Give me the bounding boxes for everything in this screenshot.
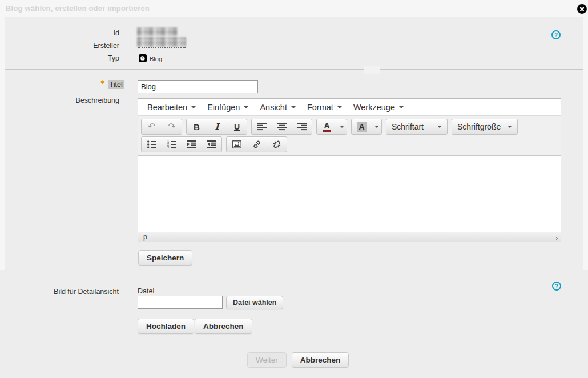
remove-link-button[interactable] bbox=[267, 137, 287, 152]
numbered-list-button[interactable]: 123 bbox=[162, 137, 182, 152]
menu-label: Einfügen bbox=[207, 103, 240, 112]
font-size-select[interactable]: Schriftgröße bbox=[452, 119, 517, 134]
chevron-down-icon bbox=[437, 126, 442, 128]
chevron-down-icon bbox=[244, 106, 248, 108]
redo-icon: ↷ bbox=[168, 122, 175, 131]
background-color-caret[interactable] bbox=[372, 119, 381, 134]
list-indent-group: 123 bbox=[141, 136, 222, 152]
italic-button[interactable]: I bbox=[207, 119, 227, 134]
upload-button[interactable]: Hochladen bbox=[138, 319, 194, 334]
align-right-icon bbox=[297, 123, 307, 131]
element-path[interactable]: p bbox=[143, 233, 147, 241]
file-label: Datei bbox=[138, 287, 154, 295]
required-bar bbox=[106, 81, 106, 88]
outdent-button[interactable] bbox=[202, 137, 221, 152]
redo-button[interactable]: ↷ bbox=[162, 119, 182, 134]
underline-icon: U bbox=[234, 122, 240, 131]
toolbar-row-1: ↶ ↷ B I U A bbox=[141, 119, 558, 135]
editor-statusbar: p bbox=[138, 232, 561, 242]
undo-redo-group: ↶ ↷ bbox=[141, 119, 182, 135]
editor-toolbar: ↶ ↷ B I U A bbox=[138, 116, 561, 156]
font-family-label: Schriftart bbox=[392, 122, 424, 131]
insert-link-button[interactable] bbox=[247, 137, 267, 152]
close-icon[interactable] bbox=[577, 4, 587, 14]
undo-button[interactable]: ↶ bbox=[142, 119, 162, 134]
font-size-label: Schriftgröße bbox=[457, 122, 501, 131]
align-left-icon bbox=[257, 123, 267, 131]
creator-value-remnant bbox=[138, 46, 186, 48]
bold-button[interactable]: B bbox=[187, 119, 207, 134]
menu-label: Bearbeiten bbox=[147, 103, 187, 112]
undo-icon: ↶ bbox=[148, 122, 155, 131]
insert-image-button[interactable] bbox=[227, 137, 247, 152]
bold-icon: B bbox=[194, 122, 200, 132]
font-family-group: Schriftart bbox=[386, 119, 448, 135]
align-center-button[interactable] bbox=[272, 119, 292, 134]
title-input[interactable] bbox=[138, 80, 258, 93]
dialog-title: Blog wählen, erstellen oder importieren bbox=[6, 4, 150, 13]
image-icon bbox=[232, 140, 241, 148]
media-link-group bbox=[226, 136, 287, 152]
menu-bearbeiten[interactable]: Bearbeiten bbox=[142, 99, 202, 115]
menu-ansicht[interactable]: Ansicht bbox=[254, 99, 301, 115]
backcolor-group: A bbox=[351, 119, 382, 135]
text-color-caret[interactable] bbox=[337, 119, 347, 134]
text-color-icon: A bbox=[323, 122, 330, 132]
indent-button[interactable] bbox=[182, 137, 202, 152]
creator-label: Ersteller bbox=[28, 42, 119, 50]
bullet-list-button[interactable] bbox=[142, 137, 162, 152]
divider-handle[interactable] bbox=[364, 66, 380, 74]
save-button[interactable]: Speichern bbox=[138, 250, 192, 266]
menu-label: Werkzeuge bbox=[353, 103, 395, 112]
required-icon: ✱ bbox=[100, 80, 105, 85]
forecolor-group: A bbox=[316, 119, 347, 135]
section-divider bbox=[5, 69, 583, 70]
help-icon[interactable]: ? bbox=[552, 282, 561, 291]
menu-label: Ansicht bbox=[260, 103, 287, 112]
unlink-icon bbox=[272, 140, 281, 149]
underline-button[interactable]: U bbox=[227, 119, 247, 134]
chevron-down-icon bbox=[399, 106, 404, 108]
next-button[interactable]: Weiter bbox=[247, 352, 287, 368]
bullet-list-icon bbox=[147, 140, 156, 148]
rich-text-editor: Bearbeiten Einfügen Ansicht Format Werkz… bbox=[138, 98, 561, 242]
numbered-list-icon: 123 bbox=[167, 140, 176, 148]
toolbar-row-2: 123 bbox=[141, 136, 558, 152]
menu-einfuegen[interactable]: Einfügen bbox=[202, 99, 254, 115]
type-value: Blog bbox=[150, 55, 162, 62]
align-right-button[interactable] bbox=[292, 119, 312, 134]
footer-actions: Weiter Abbrechen bbox=[247, 352, 349, 368]
svg-text:3: 3 bbox=[167, 146, 169, 148]
blogger-icon bbox=[139, 54, 147, 62]
editor-content-area[interactable] bbox=[138, 156, 561, 232]
cancel-upload-button[interactable]: Abbrechen bbox=[195, 319, 252, 334]
choose-file-button[interactable]: Datei wählen bbox=[226, 296, 283, 309]
chevron-down-icon bbox=[191, 106, 196, 108]
font-family-select[interactable]: Schriftart bbox=[386, 119, 447, 134]
description-label: Beschreibung bbox=[28, 96, 119, 104]
background-color-button[interactable]: A bbox=[352, 119, 372, 134]
resize-grip-icon[interactable] bbox=[553, 234, 558, 240]
outdent-icon bbox=[207, 140, 216, 148]
background-color-icon: A bbox=[357, 122, 366, 132]
menu-format[interactable]: Format bbox=[301, 99, 348, 115]
title-label: Titel bbox=[108, 80, 124, 89]
font-size-group: Schriftgröße bbox=[452, 119, 518, 135]
link-icon bbox=[252, 140, 261, 149]
text-color-button[interactable]: A bbox=[317, 119, 337, 134]
chevron-down-icon bbox=[291, 106, 296, 108]
help-icon[interactable]: ? bbox=[551, 30, 561, 39]
align-center-icon bbox=[277, 123, 287, 131]
align-left-button[interactable] bbox=[252, 119, 272, 134]
chevron-down-icon bbox=[508, 126, 512, 128]
menu-label: Format bbox=[307, 103, 333, 112]
title-label-wrap: ✱ Titel bbox=[100, 80, 124, 89]
italic-icon: I bbox=[215, 122, 219, 132]
file-path-input[interactable] bbox=[138, 296, 223, 309]
chevron-down-icon bbox=[337, 106, 342, 108]
cancel-button[interactable]: Abbrechen bbox=[292, 352, 349, 368]
format-group: B I U bbox=[186, 119, 247, 135]
align-group bbox=[251, 119, 312, 135]
menu-werkzeuge[interactable]: Werkzeuge bbox=[348, 99, 409, 115]
editor-menubar: Bearbeiten Einfügen Ansicht Format Werkz… bbox=[138, 99, 561, 116]
